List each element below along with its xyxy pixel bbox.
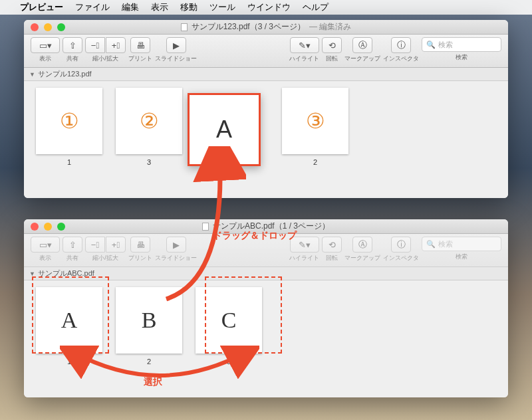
page-number: 3 (227, 358, 231, 366)
filename-label: サンプル123.pdf (38, 69, 92, 79)
share-label: 共有 (66, 254, 78, 262)
share-button[interactable]: ⇧ (63, 37, 82, 53)
disclosure-triangle-icon[interactable]: ▼ (29, 270, 35, 277)
document-icon (202, 223, 209, 231)
inspector-label: インスペクタ (383, 254, 419, 262)
annotation-drag-drop: ドラッグ＆ドロップ (213, 230, 297, 242)
page-number: 2 (147, 358, 151, 366)
menu-edit[interactable]: 編集 (122, 1, 139, 13)
thumb-preview: ② (116, 88, 182, 154)
page-thumb-2[interactable]: ②3 (116, 88, 182, 166)
zoom-out-button[interactable]: −⃝ (85, 237, 105, 253)
zoom-out-button[interactable]: −⃝ (85, 37, 105, 53)
search-icon: 🔍 (426, 41, 436, 49)
thumb-preview: ① (36, 88, 102, 154)
selection-outline-a (32, 276, 109, 354)
print-button[interactable]: 🖶 (130, 237, 150, 253)
share-label: 共有 (66, 54, 78, 63)
rotate-label: 回転 (326, 54, 338, 63)
macos-menubar: プレビュー ファイル 編集 表示 移動 ツール ウインドウ ヘルプ (0, 0, 532, 15)
rotate-label: 回転 (326, 254, 338, 262)
page-number: 2 (313, 158, 317, 166)
app-name[interactable]: プレビュー (20, 1, 63, 13)
preview-window-1: サンプル123.pdf（3 / 3ページ） — 編集済み ▭▾表示 ⇧共有 −⃝… (24, 20, 508, 198)
zoom-in-button[interactable]: +⃝ (106, 37, 126, 53)
toolbar: ▭▾表示 ⇧共有 −⃝+⃝縮小/拡大 🖶プリント ▶スライドショー ✎▾ハイライ… (24, 35, 508, 68)
menu-help[interactable]: ヘルプ (303, 1, 329, 13)
search-input[interactable]: 🔍検索 (422, 237, 501, 251)
window-title: サンプル123.pdf（3 / 3ページ） — 編集済み (24, 21, 508, 33)
rotate-button[interactable]: ⟲ (322, 237, 342, 253)
inspector-button[interactable]: ⓘ (391, 37, 411, 53)
share-button[interactable]: ⇧ (63, 237, 82, 253)
view-label: 表示 (39, 54, 51, 63)
menu-tool[interactable]: ツール (209, 1, 235, 13)
thumb-preview: ③ (282, 88, 348, 154)
markup-button[interactable]: Ⓐ (352, 37, 372, 53)
page-thumb-3[interactable]: ③2 (282, 88, 348, 166)
page-number: 1 (67, 358, 71, 366)
contact-sheet: ①1 ②3 ③2 (24, 81, 508, 198)
thumb-preview: B (116, 287, 182, 354)
slideshow-label: スライドショー (155, 54, 197, 63)
markup-button[interactable]: Ⓐ (352, 237, 372, 253)
search-label: 検索 (456, 253, 467, 261)
slideshow-button[interactable]: ▶ (166, 237, 186, 253)
inspector-button[interactable]: ⓘ (391, 237, 411, 253)
title-text: サンプル123.pdf（3 / 3ページ） (192, 21, 305, 33)
markup-label: マークアップ (344, 54, 380, 63)
menu-go[interactable]: 移動 (180, 1, 198, 13)
titlebar[interactable]: サンプル123.pdf（3 / 3ページ） — 編集済み (24, 20, 508, 35)
drag-count-badge: 1 (218, 161, 230, 171)
annotation-select: 選択 (144, 376, 162, 388)
view-label: 表示 (39, 254, 51, 262)
zoom-label: 縮小/拡大 (92, 254, 118, 262)
edited-label: — 編集済み (309, 21, 351, 33)
inspector-label: インスペクタ (383, 54, 419, 63)
page-thumb-1[interactable]: ①1 (36, 88, 102, 166)
slideshow-button[interactable]: ▶ (166, 37, 186, 53)
menu-window[interactable]: ウインドウ (247, 1, 291, 13)
disclosure-triangle-icon[interactable]: ▼ (29, 71, 35, 78)
print-label: プリント (128, 254, 152, 262)
document-icon (181, 23, 188, 31)
page-number: 3 (147, 158, 151, 166)
search-input[interactable]: 🔍検索 (422, 37, 501, 52)
search-label: 検索 (456, 53, 467, 62)
zoom-in-button[interactable]: +⃝ (106, 237, 126, 253)
menu-file[interactable]: ファイル (75, 1, 110, 13)
selection-outline-c (205, 276, 282, 354)
view-mode-button[interactable]: ▭▾ (31, 37, 60, 53)
zoom-label: 縮小/拡大 (92, 54, 118, 63)
highlight-label: ハイライト (289, 54, 319, 63)
print-label: プリント (128, 54, 152, 63)
rotate-button[interactable]: ⟲ (322, 37, 342, 53)
page-thumb-b[interactable]: B2 (116, 287, 182, 366)
highlight-label: ハイライト (289, 254, 319, 262)
search-placeholder: 検索 (438, 40, 453, 50)
dragged-page-thumb[interactable]: A 1 (188, 93, 261, 166)
page-number: 1 (67, 158, 71, 166)
menu-view[interactable]: 表示 (151, 1, 168, 13)
drag-letter: A (216, 116, 232, 144)
highlight-button[interactable]: ✎▾ (290, 37, 319, 53)
search-icon: 🔍 (426, 240, 436, 249)
search-placeholder: 検索 (438, 239, 453, 249)
slideshow-label: スライドショー (155, 254, 197, 262)
markup-label: マークアップ (344, 254, 380, 262)
print-button[interactable]: 🖶 (130, 37, 150, 53)
contact-sheet-header[interactable]: ▼ サンプル123.pdf (24, 68, 508, 81)
view-mode-button[interactable]: ▭▾ (31, 237, 60, 253)
